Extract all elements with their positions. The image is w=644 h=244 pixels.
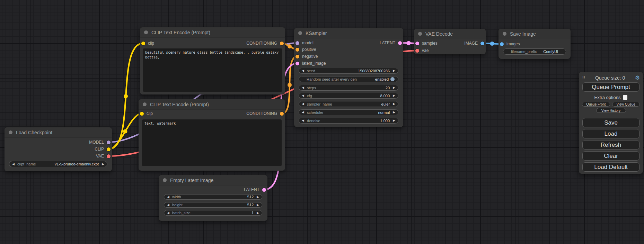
widget-name: filename_prefix bbox=[511, 49, 537, 54]
node-title-bar[interactable]: CLIP Text Encode (Prompt) bbox=[139, 99, 285, 110]
queue-prompt-button[interactable]: Queue Prompt bbox=[582, 82, 639, 92]
wire-midpoint-dot bbox=[123, 129, 127, 134]
seed-widget[interactable]: ◀ seed 156680208700286 ▶ bbox=[299, 68, 398, 74]
output-slot-vae: VAE bbox=[96, 153, 111, 159]
image-input-dot[interactable] bbox=[500, 42, 504, 46]
latent-input-dot[interactable] bbox=[415, 42, 419, 45]
node-title-bar[interactable]: Save Image bbox=[499, 29, 571, 39]
input-slot-negative: negative bbox=[295, 54, 318, 59]
queue-front-button[interactable]: Queue Front bbox=[582, 102, 610, 107]
node-title-bar[interactable]: CLIP Text Encode (Prompt) bbox=[140, 27, 285, 38]
clip-input-dot[interactable] bbox=[141, 42, 145, 45]
right-arrow-icon[interactable]: ▶ bbox=[393, 86, 395, 89]
node-load-checkpoint[interactable]: Load Checkpoint MODEL CLIP VAE ◀ ckpt_na… bbox=[5, 127, 112, 171]
right-arrow-icon[interactable]: ▶ bbox=[393, 102, 395, 106]
extra-options-checkbox[interactable] bbox=[623, 95, 627, 100]
save-button[interactable]: Save bbox=[582, 118, 639, 127]
cfg-widget[interactable]: ◀ cfg 8.000 ▶ bbox=[299, 93, 398, 99]
conditioning-input-dot[interactable] bbox=[295, 48, 299, 52]
input-slot-vae: vae bbox=[415, 48, 429, 53]
steps-widget[interactable]: ◀ steps 20 ▶ bbox=[299, 85, 398, 91]
node-title: KSampler bbox=[306, 30, 327, 36]
conditioning-input-dot[interactable] bbox=[295, 55, 299, 58]
widget-value: euler bbox=[381, 102, 390, 106]
prompt-textarea[interactable]: text, watermark bbox=[142, 119, 282, 166]
latent-output-dot[interactable] bbox=[262, 188, 266, 192]
vae-input-dot[interactable] bbox=[415, 49, 419, 53]
node-title-bar[interactable]: Empty Latent Image bbox=[159, 175, 267, 186]
latent-input-dot[interactable] bbox=[295, 62, 299, 65]
gear-icon[interactable]: ⚙ bbox=[635, 75, 640, 81]
clip-output-dot[interactable] bbox=[107, 147, 111, 151]
denoise-widget[interactable]: ◀ denoise 1.000 ▶ bbox=[299, 118, 398, 124]
toggle-on-icon[interactable] bbox=[390, 77, 395, 81]
node-vae-decode[interactable]: VAE Decode samples vae IMAGE bbox=[414, 29, 486, 54]
widget-value: 156680208700286 bbox=[358, 69, 390, 73]
wire-midpoint-dot bbox=[124, 94, 128, 98]
node-ksampler[interactable]: KSampler model positive negative latent_… bbox=[294, 28, 403, 127]
left-arrow-icon[interactable]: ◀ bbox=[302, 94, 304, 97]
conditioning-output-dot[interactable] bbox=[280, 112, 284, 116]
width-widget[interactable]: ◀ width 512 ▶ bbox=[164, 194, 262, 200]
wire-midpoint-dot bbox=[490, 42, 494, 46]
left-arrow-icon[interactable]: ◀ bbox=[302, 69, 304, 72]
node-clip-text-encode-negative[interactable]: CLIP Text Encode (Prompt) clip CONDITION… bbox=[139, 99, 285, 171]
ckpt-name-widget[interactable]: ◀ ckpt_name v1-5-pruned-emaonly.ckpt ▶ bbox=[9, 161, 107, 167]
view-queue-button[interactable]: View Queue bbox=[612, 102, 640, 107]
filename-prefix-widget[interactable]: filename_prefix ComfyUI bbox=[503, 48, 566, 55]
right-arrow-icon[interactable]: ▶ bbox=[257, 196, 259, 199]
drag-handle-icon[interactable]: ⠿ bbox=[582, 76, 585, 80]
node-title-bar[interactable]: KSampler bbox=[294, 28, 403, 38]
right-arrow-icon[interactable]: ▶ bbox=[393, 94, 395, 97]
image-output-dot[interactable] bbox=[480, 42, 484, 45]
input-slot-latent-image: latent_image bbox=[295, 61, 326, 66]
random-seed-toggle-widget[interactable]: Random seed after every gen enabled bbox=[299, 76, 398, 82]
node-clip-text-encode-positive[interactable]: CLIP Text Encode (Prompt) clip CONDITION… bbox=[140, 27, 285, 94]
left-arrow-icon[interactable]: ◀ bbox=[302, 102, 304, 106]
conditioning-output-dot[interactable] bbox=[280, 42, 284, 45]
slot-label: LATENT bbox=[380, 40, 395, 45]
right-arrow-icon[interactable]: ▶ bbox=[257, 211, 259, 215]
wire-midpoint-dot bbox=[288, 83, 292, 87]
node-title: CLIP Text Encode (Prompt) bbox=[151, 30, 210, 35]
view-history-button[interactable]: View History bbox=[596, 108, 626, 113]
vae-output-dot[interactable] bbox=[107, 154, 111, 158]
sampler-name-widget[interactable]: ◀ sampler_name euler ▶ bbox=[299, 101, 398, 107]
right-arrow-icon[interactable]: ▶ bbox=[257, 204, 259, 207]
right-arrow-icon[interactable]: ▶ bbox=[393, 69, 395, 72]
node-title-bar[interactable]: Load Checkpoint bbox=[5, 127, 112, 138]
left-arrow-icon[interactable]: ◀ bbox=[167, 196, 169, 199]
refresh-button[interactable]: Refresh bbox=[582, 140, 639, 150]
right-arrow-icon[interactable]: ▶ bbox=[393, 111, 395, 114]
slot-label: clip bbox=[147, 111, 153, 116]
left-arrow-icon[interactable]: ◀ bbox=[302, 119, 304, 122]
left-arrow-icon[interactable]: ◀ bbox=[302, 86, 304, 89]
node-graph-canvas[interactable]: Load Checkpoint MODEL CLIP VAE ◀ ckpt_na… bbox=[0, 0, 644, 244]
node-status-dot-icon bbox=[503, 32, 506, 36]
node-empty-latent-image[interactable]: Empty Latent Image LATENT ◀ width 512 ▶ … bbox=[159, 175, 267, 221]
node-status-dot-icon bbox=[163, 178, 167, 182]
clear-button[interactable]: Clear bbox=[582, 151, 639, 161]
node-title: CLIP Text Encode (Prompt) bbox=[150, 102, 209, 107]
left-arrow-icon[interactable]: ◀ bbox=[12, 163, 15, 166]
height-widget[interactable]: ◀ height 512 ▶ bbox=[164, 202, 262, 208]
scheduler-widget[interactable]: ◀ scheduler normal ▶ bbox=[299, 109, 398, 115]
model-input-dot[interactable] bbox=[295, 41, 299, 45]
node-save-image[interactable]: Save Image images filename_prefix ComfyU… bbox=[499, 29, 571, 59]
prompt-textarea[interactable]: beautiful scenery nature glass bottle la… bbox=[143, 48, 282, 92]
widget-name: scheduler bbox=[307, 110, 324, 115]
input-slot-samples: samples bbox=[415, 40, 438, 46]
widget-value: 512 bbox=[247, 195, 254, 199]
model-output-dot[interactable] bbox=[107, 141, 111, 144]
clip-input-dot[interactable] bbox=[140, 112, 144, 116]
latent-output-dot[interactable] bbox=[398, 41, 402, 45]
left-arrow-icon[interactable]: ◀ bbox=[167, 204, 169, 207]
left-arrow-icon[interactable]: ◀ bbox=[302, 111, 304, 114]
batch-size-widget[interactable]: ◀ batch_size 1 ▶ bbox=[164, 210, 262, 216]
load-default-button[interactable]: Load Default bbox=[582, 162, 639, 172]
load-button[interactable]: Load bbox=[582, 129, 639, 138]
right-arrow-icon[interactable]: ▶ bbox=[102, 163, 104, 166]
right-arrow-icon[interactable]: ▶ bbox=[393, 119, 395, 122]
node-title-bar[interactable]: VAE Decode bbox=[414, 29, 486, 39]
left-arrow-icon[interactable]: ◀ bbox=[167, 211, 169, 215]
